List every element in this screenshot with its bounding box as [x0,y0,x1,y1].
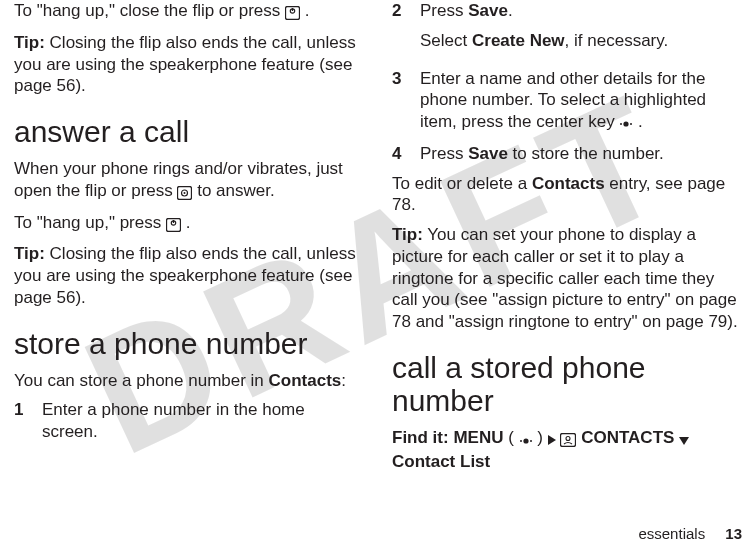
center-key-icon [519,429,533,451]
page-footer: essentials 13 [638,525,742,542]
contact-list-label: Contact List [392,452,490,471]
left-column: To "hang up," close the flip or press . … [14,0,364,520]
svg-point-5 [184,192,186,194]
down-triangle-icon [679,427,689,449]
text: , if necessary. [565,31,669,50]
svg-point-17 [566,436,570,440]
heading-store-number: store a phone number [14,327,364,360]
svg-marker-15 [548,435,556,445]
send-key-icon [177,182,192,204]
step-text: Enter a phone number in the home screen. [42,399,364,443]
contacts-app-icon [560,429,576,451]
contacts-menu-label: CONTACTS [581,428,679,447]
find-it-label: Find it: [392,428,453,447]
center-key-icon [619,113,633,135]
text: : [341,371,346,390]
step-body: Press Save. Select Create New, if necess… [420,0,742,60]
tip-label: Tip: [392,225,423,244]
contacts-label: Contacts [532,174,605,193]
svg-marker-18 [679,437,689,445]
page-number: 13 [725,525,742,542]
menu-label: MENU [453,428,503,447]
text: Enter a name and other details for the p… [420,69,706,132]
step-2: 2 Press Save. Select Create New, if nece… [392,0,742,60]
step-number: 4 [392,143,406,165]
step-3: 3 Enter a name and other details for the… [392,68,742,135]
section-label: essentials [638,525,705,542]
tip-flip-ends-call-2: Tip: Closing the flip also ends the call… [14,243,364,308]
step-4: 4 Press Save to store the number. [392,143,742,165]
page-content: To "hang up," close the flip or press . … [0,0,756,520]
answer-instruction: When your phone rings and/or vibrates, j… [14,158,364,204]
find-it-path: Find it: MENU ( ) CONTACTS Contact List [392,427,742,473]
tip-label: Tip: [14,244,45,263]
end-key-icon [285,2,300,24]
svg-point-11 [630,123,632,125]
right-column: 2 Press Save. Select Create New, if nece… [392,0,742,520]
text: To "hang up," press [14,213,166,232]
step-text: Press Save to store the number. [420,143,742,165]
svg-point-9 [624,121,629,126]
contacts-label: Contacts [269,371,342,390]
step-2-create-new: Select Create New, if necessary. [420,30,742,52]
end-key-icon [166,214,181,236]
step-number: 1 [14,399,28,443]
tip-text: Closing the flip also ends the call, unl… [14,33,356,96]
text: To edit or delete a [392,174,532,193]
text: You can store a phone number in [14,371,269,390]
tip-text: You can set your phone to display a pict… [392,225,738,331]
svg-point-14 [530,440,532,442]
text: To "hang up," close the flip or press [14,1,285,20]
text: ) [537,428,547,447]
text: to answer. [197,181,275,200]
step-2-press-save: Press Save. [420,0,742,22]
right-triangle-icon [548,427,556,449]
step-text: Enter a name and other details for the p… [420,68,742,135]
tip-picture-ringtone: Tip: You can set your phone to display a… [392,224,742,333]
tip-flip-ends-call: Tip: Closing the flip also ends the call… [14,32,364,97]
text: . [638,112,643,131]
edit-delete-contacts: To edit or delete a Contacts entry, see … [392,173,742,217]
text: . [508,1,513,20]
heading-answer-call: answer a call [14,115,364,148]
text: Press [420,144,468,163]
svg-point-12 [523,438,528,443]
store-intro: You can store a phone number in Contacts… [14,370,364,392]
save-label: Save [468,144,508,163]
text: . [186,213,191,232]
svg-point-10 [620,123,622,125]
text: to store the number. [508,144,664,163]
step-1: 1 Enter a phone number in the home scree… [14,399,364,443]
hangup-instruction: To "hang up," close the flip or press . [14,0,364,24]
step-number: 3 [392,68,406,135]
text: ( [508,428,514,447]
text: Press [420,1,468,20]
save-label: Save [468,1,508,20]
text: . [305,1,310,20]
text: Select [420,31,472,50]
tip-text: Closing the flip also ends the call, unl… [14,244,356,307]
step-number: 2 [392,0,406,60]
svg-point-13 [520,440,522,442]
create-new-label: Create New [472,31,565,50]
tip-label: Tip: [14,33,45,52]
hangup-press: To "hang up," press . [14,212,364,236]
heading-call-stored: call a stored phone number [392,351,742,417]
